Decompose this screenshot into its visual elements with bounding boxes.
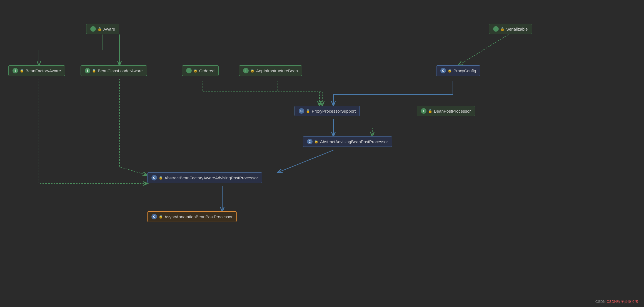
node-abstractadvisingbeanpostprocessor[interactable]: C 🔒 AbstractAdvisingBeanPostProcessor xyxy=(303,136,392,147)
abstractadvising-lock-icon: 🔒 xyxy=(314,140,318,143)
beanclassloaderaware-icon: I xyxy=(85,68,90,73)
node-beanpostprocessor[interactable]: I 🔒 BeanPostProcessor xyxy=(417,106,475,116)
node-ordered[interactable]: I 🔒 Ordered xyxy=(182,65,219,76)
node-serializable[interactable]: I 🔒 Serializable xyxy=(489,24,532,34)
abstractbeanfactoryaware-icon: C xyxy=(151,175,157,180)
beanfactoryaware-lock-icon: 🔒 xyxy=(20,69,24,73)
aware-icon: I xyxy=(90,26,96,32)
node-asyncannotationbeanpostprocessor[interactable]: C 🔒 AsyncAnnotationBeanPostProcessor xyxy=(147,211,237,222)
node-aware[interactable]: I 🔒 Aware xyxy=(86,24,119,34)
aware-lock-icon: 🔒 xyxy=(98,27,102,31)
proxyprocessorsupport-icon: C xyxy=(299,108,304,114)
beanclassloaderaware-label: BeanClassLoaderAware xyxy=(98,68,143,73)
aware-label: Aware xyxy=(103,27,115,31)
abstractadvising-icon: C xyxy=(307,139,313,144)
proxyconfig-lock-icon: 🔒 xyxy=(448,69,452,73)
svg-line-3 xyxy=(458,34,508,65)
aopinfrastructurebean-label: AopInfrastructureBean xyxy=(256,68,298,73)
serializable-icon: I xyxy=(493,26,499,32)
beanfactoryaware-label: BeanFactoryAware xyxy=(26,68,61,73)
beanpostprocessor-label: BeanPostProcessor xyxy=(434,109,471,113)
asyncannotation-icon: C xyxy=(151,214,157,219)
node-aopinfrastructurebean[interactable]: I 🔒 AopInfrastructureBean xyxy=(239,65,302,76)
proxyprocessorsupport-label: ProxyProcessorSupport xyxy=(312,109,356,113)
diagram-container: I 🔒 Aware I 🔒 Serializable I 🔒 BeanFacto… xyxy=(0,0,644,307)
node-proxyconfig[interactable]: C 🔒 ProxyConfig xyxy=(436,65,480,76)
abstractbeanfactoryaware-lock-icon: 🔒 xyxy=(159,176,163,180)
asyncannotation-lock-icon: 🔒 xyxy=(159,215,163,219)
beanpostprocessor-lock-icon: 🔒 xyxy=(428,109,432,113)
connections-svg xyxy=(0,0,644,307)
svg-line-5 xyxy=(278,150,333,172)
node-beanfactoryaware[interactable]: I 🔒 BeanFactoryAware xyxy=(8,65,65,76)
ordered-label: Ordered xyxy=(199,68,214,73)
abstractbeanfactoryaware-label: AbstractBeanFactoryAwareAdvisingPostProc… xyxy=(164,175,258,180)
proxyconfig-icon: C xyxy=(440,68,446,73)
beanfactoryaware-icon: I xyxy=(13,68,18,73)
abstractadvising-label: AbstractAdvisingBeanPostProcessor xyxy=(320,139,388,144)
node-beanclassloaderaware[interactable]: I 🔒 BeanClassLoaderAware xyxy=(81,65,147,76)
serializable-lock-icon: 🔒 xyxy=(500,27,505,31)
watermark: CSDN CSDN程序员快拉者 xyxy=(595,299,638,304)
asyncannotation-label: AsyncAnnotationBeanPostProcessor xyxy=(164,214,233,219)
node-abstractbeanfactoryawareadvisingpostprocessor[interactable]: C 🔒 AbstractBeanFactoryAwareAdvisingPost… xyxy=(147,172,262,183)
aopinfrastructurebean-icon: I xyxy=(243,68,249,73)
ordered-icon: I xyxy=(186,68,192,73)
beanclassloaderaware-lock-icon: 🔒 xyxy=(92,69,96,73)
proxyprocessorsupport-lock-icon: 🔒 xyxy=(306,109,310,113)
serializable-label: Serializable xyxy=(506,27,528,31)
beanpostprocessor-icon: I xyxy=(421,108,426,114)
node-proxyprocessorsupport[interactable]: C 🔒 ProxyProcessorSupport xyxy=(294,106,360,116)
aopinfrastructurebean-lock-icon: 🔒 xyxy=(250,69,254,73)
ordered-lock-icon: 🔒 xyxy=(193,69,198,73)
proxyconfig-label: ProxyConfig xyxy=(453,68,476,73)
watermark-highlight: CSDN程序员快拉者 xyxy=(606,299,638,304)
